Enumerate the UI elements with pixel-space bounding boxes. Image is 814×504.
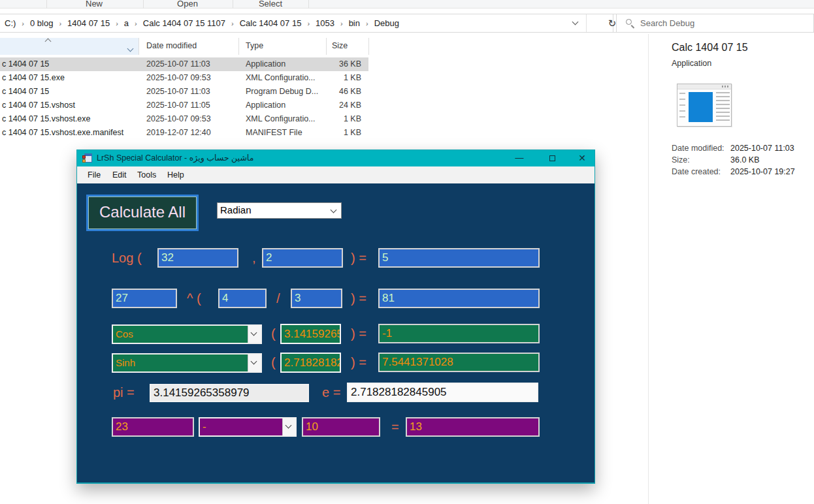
address-bar[interactable]: C:) › 0 blog › 1404 07 15 › a › Calc 140…	[0, 14, 613, 33]
log-label: Log (	[112, 248, 142, 268]
minimize-icon: —	[515, 153, 524, 163]
arith-result-input[interactable]	[406, 417, 540, 437]
combo-arrow-button[interactable]	[248, 354, 261, 371]
search-placeholder: Search Debug	[640, 14, 694, 32]
table-row[interactable]: c 1404 07 15.vshost 2025-10-07 11:05 App…	[0, 99, 368, 112]
pow-base-input[interactable]	[112, 289, 177, 308]
file-size: 1 KB	[287, 126, 361, 140]
file-date: 2019-12-07 12:40	[146, 126, 211, 140]
ribbon-group-open[interactable]: Open	[177, 0, 198, 8]
preview-pane-divider	[648, 34, 649, 504]
breadcrumb-item[interactable]: a	[123, 18, 130, 28]
address-toolbar: C:) › 0 blog › 1404 07 15 › a › Calc 140…	[0, 8, 814, 38]
arith-operator-select[interactable]: -	[199, 417, 297, 437]
file-date: 2025-10-07 09:53	[146, 112, 211, 126]
trig-close-label: ) =	[351, 324, 366, 344]
search-input[interactable]: Search Debug	[616, 14, 814, 33]
table-row[interactable]: c 1404 07 15.vshost.exe 2025-10-07 09:53…	[0, 112, 368, 126]
pi-label: pi =	[113, 383, 135, 402]
breadcrumb-separator-icon: ›	[227, 20, 238, 27]
breadcrumb-item[interactable]: Calc 1404 07 15 1107	[142, 18, 227, 28]
calculator-titlebar[interactable]: LrSh Special Calculator - ماشین حساب ویژ…	[77, 150, 594, 166]
pow-result-input[interactable]	[378, 289, 540, 308]
file-size: 36 KB	[287, 57, 361, 71]
app-icon	[82, 153, 92, 163]
breadcrumb-separator-icon: ›	[336, 20, 348, 27]
file-list-header: Date modified Type Size	[0, 38, 368, 55]
breadcrumb-separator-icon: ›	[17, 20, 29, 27]
column-divider[interactable]	[368, 38, 369, 55]
breadcrumb-item[interactable]: 1404 07 15	[66, 18, 111, 28]
column-divider[interactable]	[326, 38, 327, 55]
log-base-input[interactable]	[262, 248, 343, 268]
log-comma-label: ,	[252, 248, 256, 268]
file-name: c 1404 07 15.vshost.exe.manifest	[2, 126, 136, 140]
e-value-input[interactable]	[347, 383, 538, 402]
preview-detail-value: 2025-10-07 19:27	[730, 167, 795, 176]
address-divider	[586, 14, 587, 32]
column-header-name[interactable]	[0, 38, 138, 55]
log-result-input[interactable]	[378, 248, 540, 268]
angle-mode-select[interactable]: Radian	[217, 202, 342, 219]
arith-operator-value: -	[200, 418, 282, 435]
column-header-date-modified[interactable]: Date modified	[146, 38, 197, 54]
table-row[interactable]: c 1404 07 15.exe 2025-10-07 09:53 XML Co…	[0, 71, 368, 85]
calculate-all-button[interactable]: Calculate All	[86, 195, 199, 231]
preview-title: Calc 1404 07 15	[672, 42, 748, 54]
calculator-menubar: File Edit Tools Help	[77, 166, 594, 183]
combo-arrow-button[interactable]	[248, 326, 261, 343]
trig-function-select[interactable]: Cos	[112, 324, 262, 344]
breadcrumb-item[interactable]: C:)	[3, 18, 17, 28]
breadcrumb-separator-icon: ›	[54, 20, 66, 27]
maximize-button[interactable]	[542, 150, 562, 166]
column-header-size[interactable]: Size	[332, 38, 348, 54]
pi-value-input[interactable]	[150, 384, 309, 402]
arith-b-input[interactable]	[302, 417, 380, 437]
combo-arrow-button[interactable]	[282, 418, 295, 435]
minimize-button[interactable]: —	[510, 150, 529, 166]
file-list: c 1404 07 15 2025-10-07 11:03 Applicatio…	[0, 57, 368, 140]
hyp-arg-input[interactable]	[280, 353, 341, 373]
breadcrumb-item[interactable]: bin	[348, 18, 361, 28]
filter-chevron-icon[interactable]	[128, 44, 133, 53]
combo-arrow-button[interactable]	[328, 203, 341, 218]
address-history-chevron-icon[interactable]	[572, 19, 579, 25]
pow-exponent-den-input[interactable]	[291, 289, 342, 308]
preview-detail-value: 36.0 KB	[730, 155, 759, 165]
menu-edit[interactable]: Edit	[112, 166, 127, 183]
table-row[interactable]: c 1404 07 15.vshost.exe.manifest 2019-12…	[0, 126, 368, 140]
breadcrumb-item[interactable]: Calc 1404 07 15	[238, 18, 303, 28]
menu-file[interactable]: File	[88, 166, 101, 183]
arith-a-input[interactable]	[112, 417, 194, 437]
ribbon-divider	[233, 0, 233, 8]
trig-arg-input[interactable]	[280, 324, 341, 344]
maximize-icon	[549, 155, 555, 161]
breadcrumb-item[interactable]: 0 blog	[29, 18, 54, 28]
log-arg-input[interactable]	[157, 248, 238, 268]
trig-result-input[interactable]	[378, 324, 540, 343]
breadcrumb-item[interactable]: Debug	[373, 18, 400, 28]
preview-detail-label: Size:	[672, 155, 690, 165]
ribbon-divider	[143, 0, 144, 8]
table-row[interactable]: c 1404 07 15 2025-10-07 11:03 Program De…	[0, 85, 368, 99]
table-row[interactable]: c 1404 07 15 2025-10-07 11:03 Applicatio…	[0, 57, 368, 71]
breadcrumb-item[interactable]: 1053	[314, 18, 336, 28]
file-date: 2025-10-07 09:53	[146, 71, 211, 85]
hyp-open-label: (	[271, 353, 276, 373]
menu-tools[interactable]: Tools	[137, 166, 156, 183]
menu-help[interactable]: Help	[167, 166, 184, 183]
column-divider[interactable]	[238, 38, 239, 55]
file-size: 46 KB	[287, 85, 361, 99]
chevron-down-icon	[251, 330, 257, 336]
pow-exponent-num-input[interactable]	[218, 289, 267, 308]
column-divider[interactable]	[138, 38, 139, 55]
hyp-function-select[interactable]: Sinh	[112, 353, 262, 373]
close-button[interactable]: ✕	[572, 150, 592, 166]
ribbon-group-new[interactable]: New	[86, 0, 103, 8]
ribbon-group-select[interactable]: Select	[259, 0, 282, 8]
column-header-type[interactable]: Type	[246, 38, 263, 54]
preview-detail-label: Date created:	[672, 167, 721, 176]
file-size: 1 KB	[287, 112, 361, 126]
hyp-result-input[interactable]	[378, 353, 540, 372]
refresh-icon: ↻	[608, 18, 617, 29]
